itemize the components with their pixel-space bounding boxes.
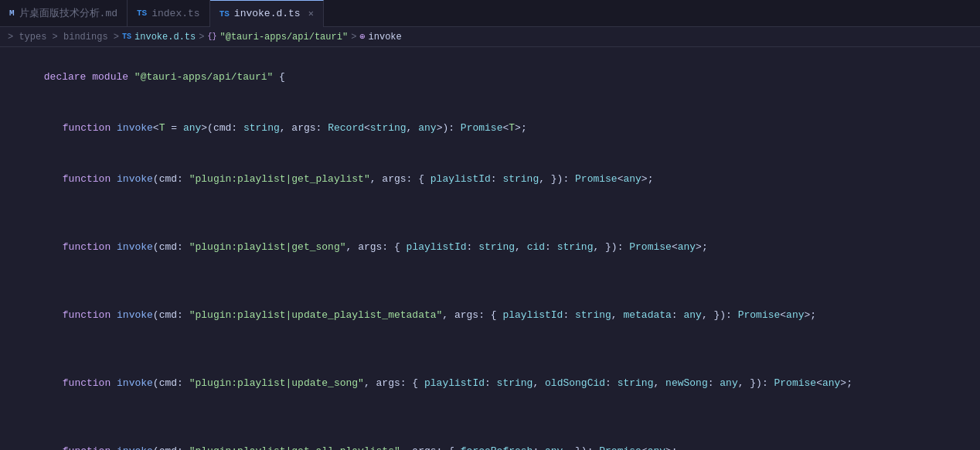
code-line-8 [0,341,980,358]
breadcrumb-brace: {} [207,32,216,41]
tab-invoke[interactable]: TS invoke.d.ts ✕ [210,0,324,27]
breadcrumb-sep2: > [351,32,356,43]
code-line-3: function invoke(cmd: "plugin:playlist|ge… [0,154,980,205]
breadcrumb-sep1: > [199,32,204,43]
code-line-2: function invoke<T = any>(cmd: string, ar… [0,103,980,154]
breadcrumb-invoke-label: invoke [369,32,402,43]
md-icon: M [9,9,15,18]
breadcrumb-file[interactable]: invoke.d.ts [134,32,196,43]
code-line-5: function invoke(cmd: "plugin:playlist|ge… [0,222,980,273]
code-line-4 [0,205,980,222]
tab-index[interactable]: TS index.ts [128,0,210,27]
ts-icon-invoke: TS [219,9,230,19]
code-line-7: function invoke(cmd: "plugin:playlist|up… [0,290,980,341]
breadcrumb-invoke-icon: ⊕ [359,31,365,43]
kw-declare: declare [44,71,87,83]
breadcrumb: > types > bindings > TS invoke.d.ts > {}… [0,27,980,47]
kw-module: module [92,71,128,83]
editor-area: declare module "@tauri-apps/api/tauri" {… [0,47,980,450]
tab-index-label: index.ts [151,8,199,19]
tab-bar: M 片桌面版技术分析.md TS index.ts TS invoke.d.ts… [0,0,980,27]
tab-md-label: 片桌面版技术分析.md [19,6,117,20]
code-line-11: function invoke(cmd: "plugin:playlist|ge… [0,426,980,450]
breadcrumb-module-str: "@tauri-apps/api/tauri" [219,32,348,43]
tab-close-icon[interactable]: ✕ [308,8,314,19]
code-line-9: function invoke(cmd: "plugin:playlist|up… [0,358,980,409]
code-line-6 [0,273,980,290]
module-string: "@tauri-apps/api/tauri" [134,71,273,83]
breadcrumb-ts-badge: TS [122,32,131,41]
tab-invoke-label: invoke.d.ts [234,8,301,19]
code-line-10 [0,409,980,426]
ts-icon-index: TS [137,9,147,18]
tab-md[interactable]: M 片桌面版技术分析.md [0,0,128,27]
breadcrumb-text-1: > types > bindings > [8,32,119,43]
code-line-1: declare module "@tauri-apps/api/tauri" { [0,52,980,103]
